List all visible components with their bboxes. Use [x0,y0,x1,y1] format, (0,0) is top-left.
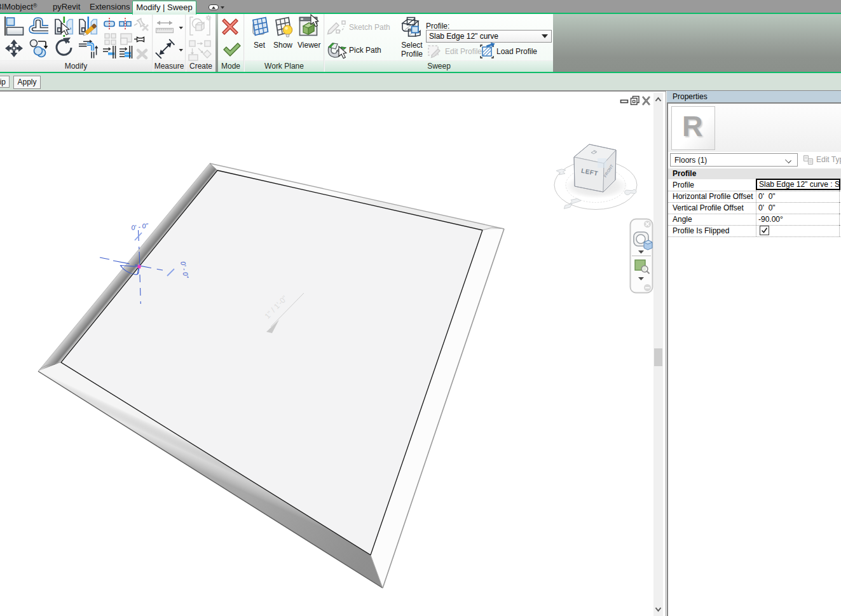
svg-text:0' - 0": 0' - 0" [131,221,149,231]
